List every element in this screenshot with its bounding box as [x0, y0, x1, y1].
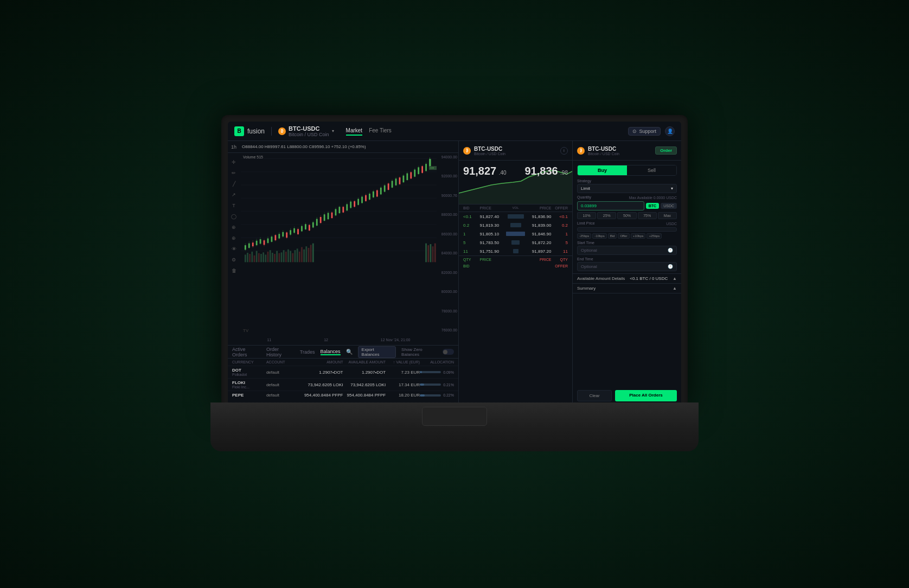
cursor-tool[interactable]: ↗ [230, 191, 238, 199]
svg-rect-15 [260, 254, 262, 262]
svg-rect-125 [395, 178, 397, 185]
user-icon[interactable]: 👤 [665, 126, 675, 136]
time-labels: 11 12 12 Nov '24, 21:00 [241, 334, 437, 345]
price-plus-10bps[interactable]: +10bps [631, 233, 646, 239]
support-icon: ⊙ [632, 129, 637, 134]
buy-sell-tabs: Buy Sell [577, 165, 677, 176]
eye-tool[interactable]: 👁 [230, 245, 238, 253]
price-minus-10bps[interactable]: -10bps [592, 233, 606, 239]
col-available: AVAILABLE AMOUNT [343, 360, 386, 364]
info-icon[interactable]: i [560, 147, 568, 155]
text-tool[interactable]: T [230, 202, 238, 209]
end-time-input[interactable]: Optional 🕐 [577, 262, 677, 271]
line-tool[interactable]: ╱ [230, 180, 238, 188]
avail-details-label: Available Amount Details [577, 276, 625, 281]
balance-currency-pepe: PEPE [232, 393, 266, 398]
svg-rect-16 [263, 252, 264, 262]
svg-rect-95 [339, 207, 341, 213]
bid-price-4: 91,783.50 [480, 240, 505, 245]
strategy-label: Strategy [577, 179, 677, 183]
zoom-tool[interactable]: ⊕ [230, 234, 238, 242]
pen-tool[interactable]: ✏ [230, 169, 238, 177]
list-item: 11 91,751.90 91,897.20 11 [459, 247, 572, 255]
footer-bid-price-label: PRICE [480, 258, 505, 261]
svg-rect-127 [399, 177, 401, 184]
bid-price-1: 91,827.40 [480, 214, 505, 219]
price-84k: 84000.00 [438, 251, 457, 255]
svg-rect-43 [434, 244, 436, 263]
pct-max[interactable]: Max [658, 212, 677, 219]
tab-balances[interactable]: Balances [321, 349, 341, 355]
measure-tool[interactable]: ⊕ [230, 223, 238, 231]
pct-10[interactable]: 10% [577, 212, 596, 219]
chart-ohlcv: O88844.00 H89997.61 L88800.00 C89596.10 … [242, 144, 366, 149]
price-minus-25bps[interactable]: -25bps [577, 233, 591, 239]
start-time-input[interactable]: Optional 🕐 [577, 246, 677, 255]
end-time-label: End Time [577, 257, 677, 261]
nav-tab-fee-tiers[interactable]: Fee Tiers [369, 126, 392, 136]
chart-timeframe[interactable]: 1h [231, 144, 236, 150]
summary-label: Summary [577, 286, 596, 291]
buy-tab[interactable]: Buy [578, 165, 627, 175]
settings-tool[interactable]: ⚙ [230, 256, 238, 264]
pct-25[interactable]: 25% [597, 212, 616, 219]
sell-tab[interactable]: Sell [627, 165, 676, 175]
tab-active-orders[interactable]: Active Orders [232, 347, 261, 357]
price-offer[interactable]: Offer [618, 233, 629, 239]
svg-rect-109 [365, 195, 367, 201]
svg-text:839: 839 [430, 167, 434, 169]
pair-selector[interactable]: ₿ BTC-USDC Bitcoin / USD Coin ▾ [278, 125, 334, 137]
start-time-calendar-icon: 🕐 [668, 248, 673, 253]
op-btc-icon: ₿ [577, 147, 585, 155]
tab-trades[interactable]: Trades [300, 349, 315, 355]
order-type-button[interactable]: Order [655, 146, 677, 155]
volume-bar-4 [505, 239, 527, 246]
balances-header-row: CURRENCY ACCOUNT AMOUNT AVAILABLE AMOUNT… [228, 359, 458, 366]
quantity-input[interactable]: 0.03899 [577, 201, 644, 210]
place-order-button[interactable]: Place All Orders [615, 390, 677, 401]
percentage-buttons: 10% 25% 50% 75% Max [577, 212, 677, 219]
circle-tool[interactable]: ◯ [230, 213, 238, 220]
pair-subtitle: Bitcoin / USD Coin [289, 132, 329, 137]
pct-75[interactable]: 75% [638, 212, 657, 219]
price-bid[interactable]: Bid [608, 233, 617, 239]
strategy-select[interactable]: Limit ▾ [577, 184, 677, 193]
bottom-panel: Active Orders Order History Trades Balan… [228, 345, 458, 405]
orderbook-chart: 91,827 .40 91,836 .98 [459, 161, 572, 204]
crosshair-tool[interactable]: ✛ [230, 158, 238, 166]
balance-amount-floki: 73,942.6205 LOKI [300, 382, 343, 387]
nav-tab-market[interactable]: Market [346, 126, 363, 136]
limit-price-input[interactable] [577, 227, 677, 232]
toggle-switch[interactable] [443, 349, 454, 355]
search-icon[interactable]: 🔍 [346, 349, 353, 355]
svg-rect-141 [425, 164, 427, 171]
summary-chevron-icon[interactable]: ▲ [673, 286, 677, 291]
svg-rect-81 [312, 222, 314, 228]
trackpad [422, 407, 487, 426]
qty-btc-toggle[interactable]: BTC [646, 203, 659, 209]
orderbook-header: ₿ BTC-USDC Bitcoin / USD Coin i [459, 141, 572, 161]
balance-value-floki: 17.34 EUR [386, 382, 420, 387]
avail-chevron-icon[interactable]: ▲ [673, 276, 677, 281]
show-zero-balances-toggle[interactable]: Show Zero Balances [401, 347, 454, 357]
support-button[interactable]: ⊙ Support [628, 127, 661, 136]
end-time-section: End Time Optional 🕐 [573, 257, 681, 273]
pct-50[interactable]: 50% [617, 212, 636, 219]
footer-bid-label: QTY [463, 258, 480, 261]
export-balances-button[interactable]: Export Balances [358, 346, 396, 358]
tab-order-history[interactable]: Order History [266, 347, 295, 357]
svg-rect-27 [287, 250, 289, 263]
volume-ladder-header: BID PRICE VOL PRICE OFFER [459, 204, 572, 212]
quantity-header-row: Quantity Max Available 0.0000 USDC [577, 195, 677, 200]
price-plus-25bps[interactable]: +25bps [646, 233, 662, 239]
clear-button[interactable]: Clear [577, 390, 612, 401]
ob-pair-info: BTC-USDC Bitcoin / USD Coin [474, 146, 505, 156]
qty-value: 0.03899 [581, 203, 597, 208]
volume-ladder: BID PRICE VOL PRICE OFFER <0.1 91,827.40 [459, 204, 572, 405]
start-time-label: Start Time [577, 241, 677, 245]
qty-usdc-toggle[interactable]: USDC [661, 203, 677, 209]
chart-area: ✛ ✏ ╱ ↗ T ◯ ⊕ ⊕ 👁 ⚙ 🗑 [228, 153, 458, 345]
svg-rect-107 [361, 197, 363, 203]
svg-rect-9 [247, 253, 248, 262]
trash-tool[interactable]: 🗑 [230, 267, 238, 274]
